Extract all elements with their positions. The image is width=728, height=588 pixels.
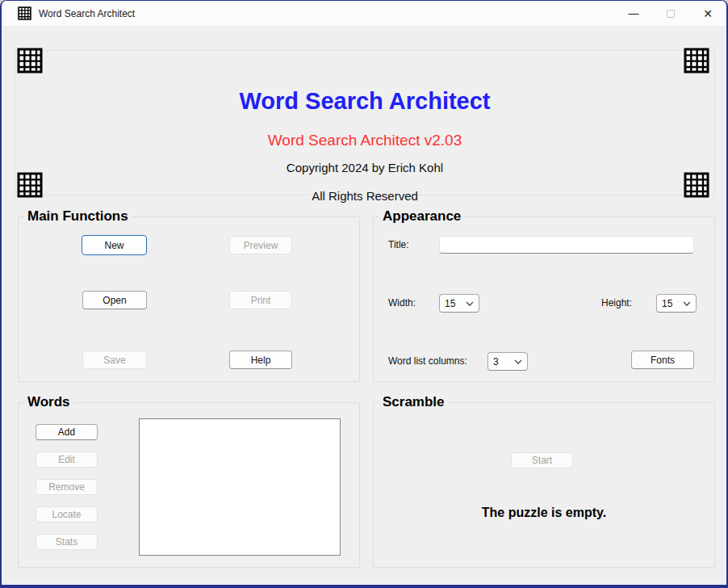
- client-area: Word Search Architect Word Search Archit…: [2, 26, 726, 585]
- help-button[interactable]: Help: [229, 351, 292, 369]
- words-title: Words: [24, 394, 73, 410]
- rights-reserved-line: All Rights Reserved: [15, 189, 714, 203]
- fonts-button[interactable]: Fonts: [631, 351, 694, 369]
- appearance-group: Appearance Title: Width: 15 Height: 15 W…: [373, 216, 715, 382]
- chevron-down-icon: [466, 301, 474, 306]
- word-list-columns-value: 3: [493, 356, 514, 368]
- remove-button: Remove: [36, 479, 98, 495]
- maximize-icon: [667, 10, 675, 18]
- grid-icon: [684, 48, 709, 74]
- scramble-title: Scramble: [379, 394, 448, 410]
- words-group: Words Add Edit Remove Locate Stats: [18, 402, 360, 568]
- header-banner: Word Search Architect Word Search Archit…: [15, 50, 715, 195]
- puzzle-status-text: The puzzle is empty.: [374, 506, 714, 520]
- preview-button: Preview: [229, 236, 292, 254]
- new-button[interactable]: New: [82, 235, 147, 255]
- width-label: Width:: [388, 297, 416, 309]
- title-input[interactable]: [439, 236, 694, 254]
- height-label: Height:: [601, 297, 632, 309]
- main-functions-group: Main Functions New Preview Open Print Sa…: [18, 216, 360, 382]
- window-controls: — ✕: [615, 1, 726, 26]
- height-dropdown[interactable]: 15: [656, 294, 697, 313]
- close-button[interactable]: ✕: [689, 1, 726, 26]
- width-value: 15: [445, 298, 466, 309]
- open-button[interactable]: Open: [82, 291, 147, 309]
- window-title: Word Search Architect: [39, 8, 135, 19]
- close-icon: ✕: [703, 8, 713, 19]
- copyright-line: Copyright 2024 by Erich Kohl: [15, 161, 714, 174]
- start-button: Start: [511, 452, 573, 468]
- app-title-heading: Word Search Architect: [15, 88, 714, 115]
- add-button[interactable]: Add: [36, 424, 98, 440]
- chevron-down-icon: [683, 301, 691, 306]
- app-grid-icon: [18, 6, 31, 20]
- height-value: 15: [662, 298, 683, 309]
- word-list-columns-label: Word list columns:: [388, 355, 467, 367]
- minimize-button[interactable]: —: [615, 1, 652, 26]
- edit-button: Edit: [36, 452, 98, 468]
- minimize-icon: —: [629, 8, 639, 19]
- title-field-label: Title:: [388, 239, 409, 250]
- word-list[interactable]: [139, 418, 341, 556]
- title-bar: Word Search Architect — ✕: [2, 1, 726, 26]
- chevron-down-icon: [514, 359, 522, 364]
- app-window: Word Search Architect — ✕: [0, 0, 728, 588]
- maximize-button: [652, 1, 689, 26]
- version-line: Word Search Architect v2.03: [15, 132, 714, 149]
- scramble-group: Scramble Start The puzzle is empty.: [373, 402, 715, 568]
- print-button: Print: [229, 291, 292, 309]
- stats-button: Stats: [36, 534, 98, 550]
- save-button: Save: [82, 351, 147, 369]
- main-functions-title: Main Functions: [24, 208, 132, 225]
- appearance-title: Appearance: [379, 208, 464, 225]
- locate-button: Locate: [36, 506, 98, 523]
- grid-icon: [17, 48, 43, 74]
- word-list-columns-dropdown[interactable]: 3: [487, 352, 528, 371]
- width-dropdown[interactable]: 15: [439, 294, 479, 313]
